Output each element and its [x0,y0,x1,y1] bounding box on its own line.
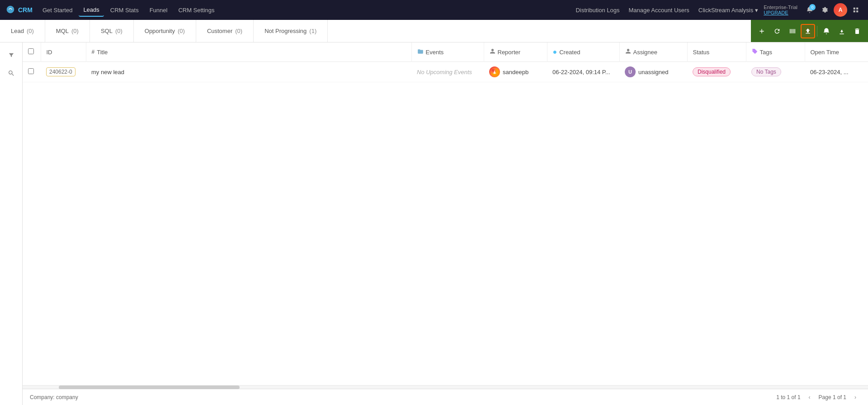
records-info: 1 to 1 of 1 [776,394,800,400]
filter-icon[interactable] [4,48,19,62]
scrollbar-thumb[interactable] [59,386,240,389]
svg-rect-2 [854,10,855,12]
row-tags-cell: No Tags [746,62,805,82]
row-open-time-cell: 06-23-2024, ... [805,62,868,82]
nav-funnel[interactable]: Funnel [145,4,172,16]
row-title-cell[interactable]: my new lead [86,62,411,82]
col-header-events[interactable]: Events [411,42,484,62]
delete-button[interactable] [850,24,864,38]
download-button[interactable] [835,24,849,38]
stage-not-progressing[interactable]: Not Progressing (1) [254,20,328,42]
notifications-icon-btn[interactable]: 0 [803,3,816,17]
grid-icon-btn[interactable] [849,3,863,17]
row-checkbox-cell [23,62,41,82]
assignee-avatar: U [625,66,636,77]
tags-icon [752,48,758,56]
nav-manage-account-users[interactable]: Manage Account Users [625,5,693,15]
nav-crm-settings[interactable]: CRM Settings [174,4,219,16]
col-header-id[interactable]: ID [41,42,86,62]
upgrade-link[interactable]: UPGRADE [764,10,788,15]
footer: Company: company 1 to 1 of 1 ‹ Page 1 of… [23,389,868,405]
table-container: ID # Title Even [23,42,868,405]
stage-customer[interactable]: Customer (0) [196,20,254,42]
nav-clickstream-analysis[interactable]: ClickStream Analysis ▾ [695,5,762,15]
nav-get-started[interactable]: Get Started [38,4,77,16]
add-lead-button[interactable] [755,24,769,38]
main-container: ID # Title Even [0,42,868,405]
page-info: Page 1 of 1 [819,394,846,400]
col-header-title[interactable]: # Title [86,42,411,62]
search-icon[interactable] [4,66,19,80]
nav-leads[interactable]: Leads [79,4,104,17]
row-checkbox[interactable] [28,68,34,74]
alert-button[interactable] [819,24,834,38]
stage-actions [751,20,868,42]
nav-distribution-logs[interactable]: Distribution Logs [572,5,623,15]
refresh-button[interactable] [770,24,784,38]
leads-table: ID # Title Even [23,42,868,82]
col-header-tags[interactable]: Tags [746,42,805,62]
stage-sql[interactable]: SQL (0) [90,20,134,42]
logo[interactable]: CRM [5,5,33,15]
stage-opportunity[interactable]: Opportunity (0) [134,20,196,42]
svg-rect-1 [856,8,858,9]
top-nav: CRM Get Started Leads CRM Stats Funnel C… [0,0,868,20]
row-assignee-cell: U unassigned [619,62,687,82]
settings-icon-btn[interactable] [818,3,832,17]
avatar[interactable]: A [834,3,847,17]
select-all-checkbox[interactable] [28,48,34,54]
col-header-assignee[interactable]: Assignee [619,42,687,62]
prev-page-button[interactable]: ‹ [804,392,815,403]
enterprise-badge: Enterprise-Trial UPGRADE [764,5,797,15]
nav-crm-stats[interactable]: CRM Stats [106,4,143,16]
table-row[interactable]: 240622-0 my new lead No Upcoming Events [23,62,868,82]
row-reporter-cell: sandeepb [484,62,547,82]
stage-mql[interactable]: MQL (0) [45,20,90,42]
title-hash-icon: # [92,49,95,55]
col-header-created[interactable]: ● Created [547,42,619,62]
row-created-cell: 06-22-2024, 09:14 P... [547,62,619,82]
next-page-button[interactable]: › [850,392,861,403]
row-events-cell: No Upcoming Events [411,62,484,82]
svg-rect-3 [856,10,858,12]
sidebar [0,42,23,405]
columns-button[interactable] [785,24,800,38]
stage-bar: Lead (0) MQL (0) SQL (0) Opportunity (0)… [0,20,868,42]
row-id-cell: 240622-0 [41,62,86,82]
created-dot-icon: ● [553,48,557,56]
reporter-person-icon [490,48,495,56]
col-header-status[interactable]: Status [687,42,746,62]
col-header-reporter[interactable]: Reporter [484,42,547,62]
tags-badge: No Tags [751,67,781,76]
status-badge: Disqualified [693,67,731,76]
horizontal-scrollbar[interactable] [23,385,868,389]
stage-lead[interactable]: Lead (0) [0,20,45,42]
notification-count: 0 [809,4,816,10]
reporter-avatar [489,66,500,77]
company-label: Company: company [30,394,78,400]
col-header-checkbox [23,42,41,62]
row-status-cell: Disqualified [687,62,746,82]
upload-button[interactable] [801,24,815,38]
assignee-person-icon [625,48,631,56]
id-badge[interactable]: 240622-0 [46,67,75,76]
pagination: 1 to 1 of 1 ‹ Page 1 of 1 › [776,392,861,403]
events-folder-icon [417,48,424,56]
svg-rect-0 [854,8,855,9]
col-header-open-time[interactable]: Open Time [805,42,868,62]
